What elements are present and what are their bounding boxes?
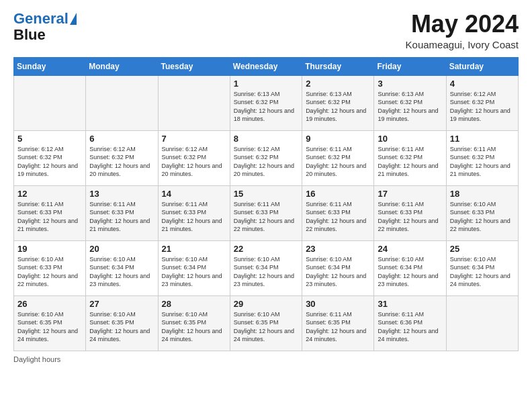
weekday-sunday: Sunday: [14, 57, 86, 75]
day-detail: Sunrise: 6:11 AM Sunset: 6:33 PM Dayligh…: [306, 200, 370, 234]
logo-text: General: [13, 11, 69, 27]
calendar-cell: 30Sunrise: 6:11 AM Sunset: 6:35 PM Dayli…: [302, 295, 374, 351]
calendar-cell: 7Sunrise: 6:12 AM Sunset: 6:32 PM Daylig…: [158, 130, 230, 185]
day-number: 12: [17, 189, 82, 199]
day-number: 27: [89, 299, 154, 309]
day-detail: Sunrise: 6:12 AM Sunset: 6:32 PM Dayligh…: [162, 145, 226, 179]
day-number: 30: [306, 299, 370, 309]
day-detail: Sunrise: 6:12 AM Sunset: 6:32 PM Dayligh…: [450, 90, 515, 124]
day-number: 19: [17, 244, 82, 254]
day-number: 10: [378, 134, 442, 144]
calendar-cell: 3Sunrise: 6:13 AM Sunset: 6:32 PM Daylig…: [374, 75, 446, 130]
calendar-cell: 31Sunrise: 6:11 AM Sunset: 6:36 PM Dayli…: [374, 295, 446, 351]
day-number: 14: [162, 189, 226, 199]
calendar-cell: 14Sunrise: 6:11 AM Sunset: 6:33 PM Dayli…: [158, 185, 230, 240]
calendar-week-2: 5Sunrise: 6:12 AM Sunset: 6:32 PM Daylig…: [14, 130, 519, 185]
day-number: 11: [450, 134, 515, 144]
day-detail: Sunrise: 6:12 AM Sunset: 6:32 PM Dayligh…: [17, 145, 82, 179]
day-number: 23: [306, 244, 370, 254]
day-number: 16: [306, 189, 370, 199]
day-detail: Sunrise: 6:13 AM Sunset: 6:32 PM Dayligh…: [306, 90, 370, 124]
calendar-cell: 27Sunrise: 6:10 AM Sunset: 6:35 PM Dayli…: [86, 295, 158, 351]
calendar-cell: [158, 75, 230, 130]
calendar-cell: 2Sunrise: 6:13 AM Sunset: 6:32 PM Daylig…: [302, 75, 374, 130]
calendar-table: SundayMondayTuesdayWednesdayThursdayFrid…: [13, 57, 519, 351]
day-detail: Sunrise: 6:11 AM Sunset: 6:32 PM Dayligh…: [450, 145, 515, 179]
day-detail: Sunrise: 6:11 AM Sunset: 6:36 PM Dayligh…: [378, 310, 442, 344]
calendar-cell: 25Sunrise: 6:10 AM Sunset: 6:34 PM Dayli…: [446, 240, 518, 295]
day-number: 29: [234, 299, 298, 309]
logo-triangle-icon: [70, 13, 77, 25]
calendar-cell: [14, 75, 86, 130]
day-detail: Sunrise: 6:10 AM Sunset: 6:35 PM Dayligh…: [89, 310, 154, 344]
day-detail: Sunrise: 6:11 AM Sunset: 6:32 PM Dayligh…: [306, 145, 370, 179]
day-detail: Sunrise: 6:10 AM Sunset: 6:33 PM Dayligh…: [450, 200, 515, 234]
calendar-cell: 5Sunrise: 6:12 AM Sunset: 6:32 PM Daylig…: [14, 130, 86, 185]
day-number: 8: [234, 134, 298, 144]
logo: General Blue: [13, 11, 77, 43]
day-number: 25: [450, 244, 515, 254]
calendar-week-5: 26Sunrise: 6:10 AM Sunset: 6:35 PM Dayli…: [14, 295, 519, 351]
calendar-cell: 19Sunrise: 6:10 AM Sunset: 6:33 PM Dayli…: [14, 240, 86, 295]
calendar-cell: 18Sunrise: 6:10 AM Sunset: 6:33 PM Dayli…: [446, 185, 518, 240]
calendar-week-1: 1Sunrise: 6:13 AM Sunset: 6:32 PM Daylig…: [14, 75, 519, 130]
calendar-body: 1Sunrise: 6:13 AM Sunset: 6:32 PM Daylig…: [14, 75, 519, 351]
calendar-header: SundayMondayTuesdayWednesdayThursdayFrid…: [14, 57, 519, 75]
day-detail: Sunrise: 6:10 AM Sunset: 6:34 PM Dayligh…: [162, 255, 226, 289]
day-detail: Sunrise: 6:11 AM Sunset: 6:33 PM Dayligh…: [17, 200, 82, 234]
day-detail: Sunrise: 6:12 AM Sunset: 6:32 PM Dayligh…: [234, 145, 298, 179]
day-number: 24: [378, 244, 442, 254]
weekday-thursday: Thursday: [302, 57, 374, 75]
calendar-cell: 9Sunrise: 6:11 AM Sunset: 6:32 PM Daylig…: [302, 130, 374, 185]
day-number: 22: [234, 244, 298, 254]
day-detail: Sunrise: 6:13 AM Sunset: 6:32 PM Dayligh…: [234, 90, 298, 124]
day-detail: Sunrise: 6:10 AM Sunset: 6:35 PM Dayligh…: [234, 310, 298, 344]
daylight-label: Daylight hours: [13, 355, 60, 363]
weekday-monday: Monday: [86, 57, 158, 75]
page: General Blue May 2024 Kouameagui, Ivory …: [0, 0, 532, 411]
day-number: 1: [234, 79, 298, 89]
day-detail: Sunrise: 6:13 AM Sunset: 6:32 PM Dayligh…: [378, 90, 442, 124]
calendar-cell: 1Sunrise: 6:13 AM Sunset: 6:32 PM Daylig…: [230, 75, 302, 130]
day-detail: Sunrise: 6:11 AM Sunset: 6:32 PM Dayligh…: [378, 145, 442, 179]
calendar-cell: 13Sunrise: 6:11 AM Sunset: 6:33 PM Dayli…: [86, 185, 158, 240]
calendar-week-4: 19Sunrise: 6:10 AM Sunset: 6:33 PM Dayli…: [14, 240, 519, 295]
day-number: 13: [89, 189, 154, 199]
day-number: 26: [17, 299, 82, 309]
day-number: 28: [162, 299, 226, 309]
day-detail: Sunrise: 6:10 AM Sunset: 6:35 PM Dayligh…: [162, 310, 226, 344]
calendar-cell: [86, 75, 158, 130]
calendar-cell: 22Sunrise: 6:10 AM Sunset: 6:34 PM Dayli…: [230, 240, 302, 295]
day-number: 3: [378, 79, 442, 89]
calendar-cell: 23Sunrise: 6:10 AM Sunset: 6:34 PM Dayli…: [302, 240, 374, 295]
day-detail: Sunrise: 6:11 AM Sunset: 6:33 PM Dayligh…: [89, 200, 154, 234]
calendar-cell: 20Sunrise: 6:10 AM Sunset: 6:34 PM Dayli…: [86, 240, 158, 295]
day-detail: Sunrise: 6:10 AM Sunset: 6:34 PM Dayligh…: [450, 255, 515, 289]
calendar-cell: 8Sunrise: 6:12 AM Sunset: 6:32 PM Daylig…: [230, 130, 302, 185]
day-detail: Sunrise: 6:10 AM Sunset: 6:34 PM Dayligh…: [378, 255, 442, 289]
calendar-cell: 24Sunrise: 6:10 AM Sunset: 6:34 PM Dayli…: [374, 240, 446, 295]
calendar-cell: 10Sunrise: 6:11 AM Sunset: 6:32 PM Dayli…: [374, 130, 446, 185]
month-title: May 2024: [406, 11, 519, 38]
day-detail: Sunrise: 6:10 AM Sunset: 6:35 PM Dayligh…: [17, 310, 82, 344]
day-detail: Sunrise: 6:10 AM Sunset: 6:33 PM Dayligh…: [17, 255, 82, 289]
logo-general: General: [13, 10, 69, 27]
header-right: May 2024 Kouameagui, Ivory Coast: [406, 11, 519, 50]
day-detail: Sunrise: 6:11 AM Sunset: 6:33 PM Dayligh…: [162, 200, 226, 234]
weekday-header-row: SundayMondayTuesdayWednesdayThursdayFrid…: [14, 57, 519, 75]
day-number: 6: [89, 134, 154, 144]
day-detail: Sunrise: 6:11 AM Sunset: 6:35 PM Dayligh…: [306, 310, 370, 344]
day-number: 9: [306, 134, 370, 144]
day-number: 15: [234, 189, 298, 199]
calendar-cell: 6Sunrise: 6:12 AM Sunset: 6:32 PM Daylig…: [86, 130, 158, 185]
header: General Blue May 2024 Kouameagui, Ivory …: [13, 11, 519, 50]
day-number: 2: [306, 79, 370, 89]
location: Kouameagui, Ivory Coast: [406, 39, 519, 50]
weekday-friday: Friday: [374, 57, 446, 75]
calendar-cell: 28Sunrise: 6:10 AM Sunset: 6:35 PM Dayli…: [158, 295, 230, 351]
calendar-cell: 17Sunrise: 6:11 AM Sunset: 6:33 PM Dayli…: [374, 185, 446, 240]
day-number: 21: [162, 244, 226, 254]
day-number: 5: [17, 134, 82, 144]
weekday-wednesday: Wednesday: [230, 57, 302, 75]
day-number: 31: [378, 299, 442, 309]
